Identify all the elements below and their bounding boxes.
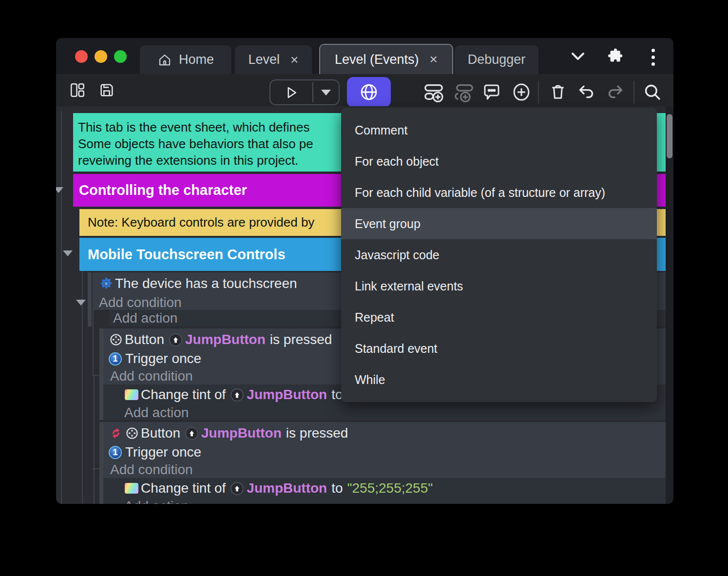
- preview-play-button[interactable]: [270, 80, 312, 104]
- caret-down-icon: [321, 90, 331, 96]
- gear-icon: [99, 276, 114, 291]
- tab-level-label: Level: [249, 52, 280, 67]
- jumpbutton-sprite-icon: [185, 427, 198, 440]
- menu-item-standard-event[interactable]: Standard event: [341, 333, 657, 364]
- jumpbutton-sprite-icon: [230, 482, 244, 495]
- add-action-text-3: Add action: [124, 499, 189, 504]
- scrollbar-track[interactable]: [666, 106, 673, 504]
- home-icon: [157, 53, 172, 67]
- layout-panels-icon[interactable]: [69, 82, 86, 98]
- add-event-button[interactable]: [422, 81, 445, 103]
- toolbar: [56, 74, 673, 106]
- button-object-text: Button: [125, 332, 164, 347]
- add-action-text-2: Add action: [124, 405, 189, 421]
- menu-item-event-group[interactable]: Event group: [341, 208, 657, 239]
- zoom-window-button[interactable]: [114, 50, 127, 63]
- delete-button[interactable]: [548, 82, 568, 101]
- tab-debugger[interactable]: Debugger: [455, 45, 538, 74]
- redo-button[interactable]: [606, 82, 625, 101]
- group-mobile-label: Mobile Touchscreen Controls: [88, 247, 286, 262]
- globe-icon: [359, 82, 379, 102]
- preview-dropdown-button[interactable]: [313, 80, 339, 104]
- search-button[interactable]: [642, 82, 662, 101]
- change-tint-text-1: Change tint of: [141, 387, 226, 403]
- menu-item-comment[interactable]: Comment: [341, 115, 657, 146]
- tab-home[interactable]: Home: [140, 45, 231, 74]
- note-text: Note: Keyboard controls are provided by: [88, 215, 314, 230]
- action-block-jump2[interactable]: Change tint of JumpButton to "255;255;25…: [103, 478, 666, 504]
- chevron-down-icon[interactable]: [569, 50, 587, 63]
- tab-home-label: Home: [179, 52, 214, 67]
- condition-touchscreen-text: The device has a touchscreen: [115, 276, 297, 291]
- group-controlling-label: Controlling the character: [79, 182, 247, 198]
- to-text-2: to: [331, 480, 343, 496]
- app-window: Home Level × Level (Events) × Debugger: [56, 38, 673, 504]
- tint-value-2: "255;255;255": [347, 480, 433, 496]
- play-icon: [284, 85, 299, 100]
- trigger-once-icon: 1: [109, 446, 122, 459]
- add-action-link-2[interactable]: Add action: [103, 405, 666, 420]
- condition-trigger-once-2[interactable]: 1 Trigger once: [103, 443, 666, 461]
- context-menu: Comment For each object For each child v…: [341, 108, 657, 402]
- add-action-text-1: Add action: [113, 310, 177, 326]
- collapse-arrow-group1[interactable]: [56, 187, 63, 193]
- tint-icon: [125, 483, 138, 494]
- tab-level-events[interactable]: Level (Events) ×: [319, 44, 453, 74]
- condition-button-pressed-2[interactable]: Button JumpButton is pressed: [103, 423, 666, 443]
- is-pressed-text: is pressed: [286, 425, 348, 441]
- jumpbutton-sprite-icon: [169, 333, 182, 346]
- invert-icon: [109, 426, 123, 440]
- minimize-window-button[interactable]: [95, 50, 107, 63]
- event-block-jump2[interactable]: Button JumpButton is pressed 1 Trigger o…: [103, 422, 666, 478]
- tab-level-events-close-icon[interactable]: ×: [430, 52, 438, 67]
- tab-level-events-label: Level (Events): [335, 52, 419, 67]
- save-icon[interactable]: [98, 82, 115, 98]
- menu-item-javascript-code[interactable]: Javascript code: [341, 239, 657, 270]
- collapse-arrow-block1[interactable]: [76, 300, 86, 306]
- trigger-once-text-2: Trigger once: [125, 444, 201, 460]
- jumpbutton-name: JumpButton: [201, 425, 282, 441]
- add-condition-link-3[interactable]: Add condition: [103, 461, 666, 478]
- menu-item-for-each-child-variable[interactable]: For each child variable (of a structure …: [341, 177, 657, 208]
- change-tint-text-2: Change tint of: [141, 480, 226, 496]
- tint-icon: [125, 389, 138, 400]
- extensions-puzzle-icon[interactable]: [607, 48, 624, 65]
- play-split-button: [269, 79, 340, 105]
- action-change-tint-2[interactable]: Change tint of JumpButton to "255;255;25…: [103, 478, 666, 499]
- tab-level-close-icon[interactable]: ×: [290, 52, 298, 68]
- add-condition-text-1: Add condition: [99, 295, 182, 310]
- add-condition-text-2: Add condition: [110, 368, 193, 384]
- jumpbutton-name: JumpButton: [247, 480, 327, 496]
- add-action-link-3[interactable]: Add action: [103, 499, 666, 504]
- scrollbar-thumb[interactable]: [667, 114, 672, 158]
- tab-level[interactable]: Level ×: [235, 45, 312, 74]
- menu-item-link-external-events[interactable]: Link external events: [341, 270, 657, 302]
- menu-item-for-each-object[interactable]: For each object: [341, 146, 657, 177]
- add-condition-text-3: Add condition: [110, 462, 193, 478]
- jumpbutton-name: JumpButton: [247, 387, 327, 403]
- jumpbutton-sprite-icon: [230, 388, 244, 402]
- undo-button[interactable]: [576, 82, 596, 101]
- collapse-arrow-group2[interactable]: [63, 250, 73, 256]
- add-comment-button[interactable]: [481, 82, 502, 102]
- menu-item-while[interactable]: While: [341, 364, 657, 395]
- jumpbutton-name: JumpButton: [185, 332, 266, 347]
- tab-debugger-label: Debugger: [468, 52, 526, 67]
- button-object-icon: [125, 426, 139, 440]
- add-anything-button[interactable]: [511, 82, 532, 102]
- kebab-menu-icon[interactable]: [651, 49, 655, 66]
- title-bar: Home Level × Level (Events) × Debugger: [56, 38, 673, 74]
- add-subevent-button[interactable]: [453, 81, 475, 103]
- trigger-once-icon: 1: [109, 352, 122, 365]
- trigger-once-text-1: Trigger once: [125, 351, 201, 366]
- button-object-text: Button: [141, 425, 180, 441]
- menu-item-repeat[interactable]: Repeat: [341, 302, 657, 333]
- close-window-button[interactable]: [75, 50, 88, 63]
- globe-button[interactable]: [347, 77, 391, 107]
- button-object-icon: [109, 333, 123, 346]
- is-pressed-text: is pressed: [270, 332, 332, 347]
